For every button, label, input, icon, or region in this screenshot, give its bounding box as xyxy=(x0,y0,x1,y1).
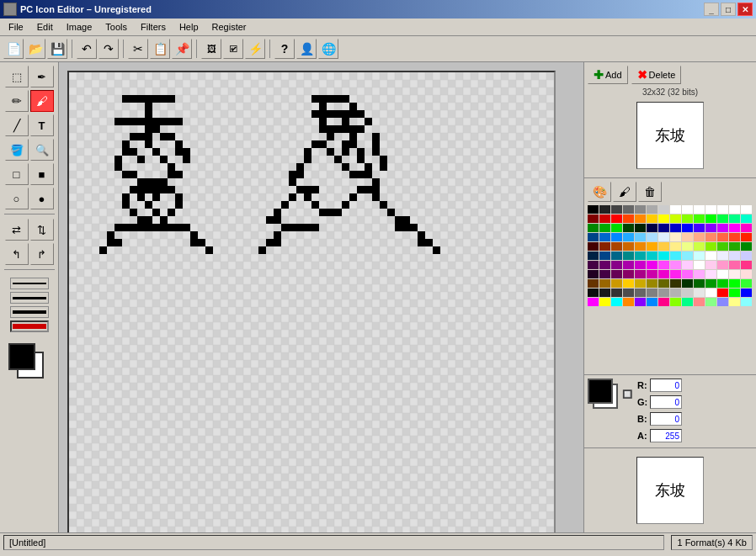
rect-outline-tool[interactable]: □ xyxy=(5,163,29,185)
palette-cell[interactable] xyxy=(658,233,669,241)
palette-cell[interactable] xyxy=(611,205,622,214)
palette-cell[interactable] xyxy=(670,242,681,251)
palette-cell[interactable] xyxy=(658,242,669,251)
palette-cell[interactable] xyxy=(623,289,634,297)
palette-cell[interactable] xyxy=(647,261,658,269)
palette-cell[interactable] xyxy=(670,298,681,306)
palette-cell[interactable] xyxy=(623,214,634,223)
palette-cell[interactable] xyxy=(729,214,740,223)
palette-cell[interactable] xyxy=(670,224,681,232)
palette-cell[interactable] xyxy=(741,261,752,269)
palette-cell[interactable] xyxy=(717,205,728,214)
palette-cell[interactable] xyxy=(635,270,646,278)
palette-cell[interactable] xyxy=(647,205,658,214)
palette-cell[interactable] xyxy=(682,205,693,214)
palette-cell[interactable] xyxy=(599,205,610,214)
palette-cell[interactable] xyxy=(694,214,705,223)
image1-button[interactable]: 🖼 xyxy=(201,39,221,59)
flip-h-tool[interactable]: ⇄ xyxy=(5,219,29,241)
palette-cell[interactable] xyxy=(694,298,705,306)
rotate-ccw-tool[interactable]: ↰ xyxy=(5,243,29,265)
palette-cell[interactable] xyxy=(682,279,693,288)
line-width-2[interactable] xyxy=(10,292,49,304)
palette-cell[interactable] xyxy=(599,224,610,232)
palette-cell[interactable] xyxy=(682,261,693,269)
pencil-tool[interactable]: ✏ xyxy=(5,90,29,112)
eyedropper-tool[interactable]: ✒ xyxy=(30,66,54,87)
delete-icon-button[interactable]: ✖ Delete xyxy=(631,66,682,84)
palette-cell[interactable] xyxy=(729,279,740,288)
palette-cell[interactable] xyxy=(682,270,693,278)
palette-cell[interactable] xyxy=(694,261,705,269)
palette-cell[interactable] xyxy=(741,242,752,251)
menu-help[interactable]: Help xyxy=(174,20,204,34)
palette-cell[interactable] xyxy=(694,233,705,241)
rect-fill-tool[interactable]: ■ xyxy=(30,163,54,185)
help-button[interactable]: ? xyxy=(274,39,295,59)
palette-cell[interactable] xyxy=(717,289,728,297)
palette-cell[interactable] xyxy=(682,242,693,251)
palette-cell[interactable] xyxy=(599,233,610,241)
palette-cell[interactable] xyxy=(741,224,752,232)
lightning-button[interactable]: ⚡ xyxy=(245,39,265,59)
ellipse-fill-tool[interactable]: ● xyxy=(30,188,54,209)
palette-cell[interactable] xyxy=(623,224,634,232)
b-input[interactable] xyxy=(650,412,682,426)
palette-cell[interactable] xyxy=(635,298,646,306)
image2-button[interactable]: 🗹 xyxy=(223,39,243,59)
palette-cell[interactable] xyxy=(647,279,658,288)
palette-cell[interactable] xyxy=(599,261,610,269)
g-input[interactable] xyxy=(650,395,682,409)
palette-cell[interactable] xyxy=(647,270,658,278)
zoom-tool[interactable]: 🔍 xyxy=(30,139,54,161)
palette-cell[interactable] xyxy=(670,270,681,278)
palette-cell[interactable] xyxy=(588,270,599,278)
line-tool[interactable]: ╱ xyxy=(5,114,29,136)
palette-cell[interactable] xyxy=(635,233,646,241)
palette-cell[interactable] xyxy=(611,214,622,223)
copy-button[interactable]: 📋 xyxy=(150,39,170,59)
palette-cell[interactable] xyxy=(588,242,599,251)
palette-cell[interactable] xyxy=(741,214,752,223)
rotate-cw-tool[interactable]: ↱ xyxy=(30,243,54,265)
palette-cell[interactable] xyxy=(658,270,669,278)
palette-cell[interactable] xyxy=(729,289,740,297)
text-tool[interactable]: T xyxy=(30,114,54,136)
palette-cell[interactable] xyxy=(658,298,669,306)
palette-cell[interactable] xyxy=(588,214,599,223)
palette-cell[interactable] xyxy=(717,252,728,260)
palette-cell[interactable] xyxy=(635,289,646,297)
palette-cell[interactable] xyxy=(717,224,728,232)
palette-cell[interactable] xyxy=(599,279,610,288)
redo-button[interactable]: ↷ xyxy=(98,39,119,59)
palette-cell[interactable] xyxy=(729,242,740,251)
palette-cell[interactable] xyxy=(741,270,752,278)
palette-cell[interactable] xyxy=(623,298,634,306)
palette-cell[interactable] xyxy=(705,205,716,214)
palette-cell[interactable] xyxy=(599,242,610,251)
palette-cell[interactable] xyxy=(741,233,752,241)
a-input[interactable] xyxy=(650,429,682,442)
palette-cell[interactable] xyxy=(741,289,752,297)
palette-cell[interactable] xyxy=(611,298,622,306)
palette-cell[interactable] xyxy=(588,289,599,297)
palette-cell[interactable] xyxy=(647,298,658,306)
new-button[interactable]: 📄 xyxy=(3,39,24,59)
palette-cell[interactable] xyxy=(682,252,693,260)
palette-cell[interactable] xyxy=(729,205,740,214)
palette-cell[interactable] xyxy=(647,242,658,251)
palette-cell[interactable] xyxy=(599,214,610,223)
user-button[interactable]: 👤 xyxy=(296,39,317,59)
palette-cell[interactable] xyxy=(658,252,669,260)
palette-cell[interactable] xyxy=(635,205,646,214)
ellipse-outline-tool[interactable]: ○ xyxy=(5,188,29,209)
line-width-3[interactable] xyxy=(10,306,49,318)
palette-cell[interactable] xyxy=(658,289,669,297)
palette-cell[interactable] xyxy=(623,261,634,269)
palette-cell[interactable] xyxy=(647,214,658,223)
palette-cell[interactable] xyxy=(729,252,740,260)
palette-cell[interactable] xyxy=(588,261,599,269)
select-rect-tool[interactable]: ⬚ xyxy=(5,66,29,87)
palette-btn-3[interactable]: 🗑 xyxy=(638,182,662,202)
palette-cell[interactable] xyxy=(611,242,622,251)
